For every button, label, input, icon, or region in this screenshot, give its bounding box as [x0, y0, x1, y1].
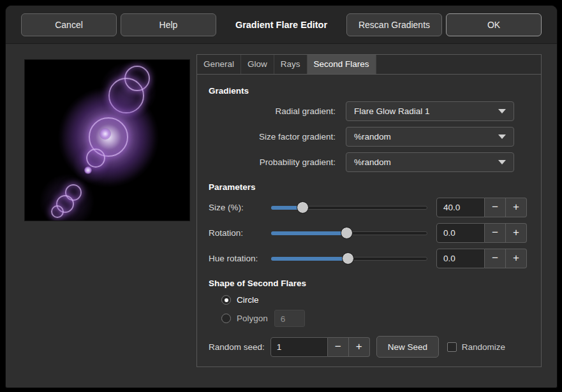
radial-gradient-select[interactable]: Flare Glow Radial 1 [346, 101, 514, 121]
editor-notebook: General Glow Rays Second Flares Gradient… [196, 54, 542, 367]
random-seed-row: Random seed: 1 − + New Seed Randomize [209, 337, 527, 357]
size-factor-gradient-value: %random [354, 132, 391, 142]
size-spinbox: 40.0 − + [436, 198, 527, 217]
radial-gradient-row: Radial gradient: Flare Glow Radial 1 [203, 98, 527, 124]
size-factor-gradient-select[interactable]: %random [346, 127, 514, 147]
rotation-decrement-button[interactable]: − [485, 223, 506, 243]
help-button[interactable]: Help [121, 13, 216, 36]
tab-general[interactable]: General [197, 55, 241, 74]
hue-rotation-slider[interactable] [271, 252, 427, 265]
slider-handle[interactable] [297, 201, 309, 214]
radial-gradient-label: Radial gradient: [203, 106, 346, 116]
tab-bar: General Glow Rays Second Flares [197, 55, 541, 75]
second-flares-page: Gradients Radial gradient: Flare Glow Ra… [197, 75, 541, 357]
rescan-gradients-button[interactable]: Rescan Gradients [346, 13, 442, 36]
seed-increment-button[interactable]: + [349, 337, 370, 357]
cancel-button[interactable]: Cancel [21, 13, 117, 36]
circle-radio[interactable] [221, 295, 231, 305]
polygon-radio-label: Polygon [237, 314, 268, 323]
chevron-down-icon [498, 134, 506, 139]
circle-radio-label: Circle [237, 295, 259, 305]
size-factor-gradient-label: Size factor gradient: [203, 132, 346, 142]
hue-rotation-decrement-button[interactable]: − [485, 249, 506, 268]
polygon-sides-input: 6 [274, 310, 305, 327]
rotation-row: Rotation: 0.0 − + [203, 220, 527, 245]
slider-handle[interactable] [342, 252, 354, 265]
new-seed-button[interactable]: New Seed [376, 336, 439, 358]
size-increment-button[interactable]: + [506, 198, 527, 217]
seed-decrement-button[interactable]: − [328, 337, 349, 357]
flare-dot [84, 166, 92, 174]
circle-radio-row: Circle [221, 291, 527, 309]
dialog-header: Gradient Flare Editor Cancel Help Rescan… [6, 6, 557, 44]
hue-rotation-spinbox: 0.0 − + [436, 249, 527, 268]
chevron-down-icon [498, 109, 506, 113]
hue-rotation-label: Hue rotation: [203, 254, 265, 263]
rotation-spinbox: 0.0 − + [436, 223, 527, 243]
chevron-down-icon [498, 160, 506, 164]
slider-handle[interactable] [341, 227, 353, 239]
probability-gradient-row: Probability gradient: %random [203, 149, 527, 175]
hue-rotation-value[interactable]: 0.0 [436, 249, 485, 268]
randomize-label: Randomize [462, 342, 505, 352]
rotation-slider[interactable] [271, 226, 427, 239]
probability-gradient-select[interactable]: %random [346, 152, 514, 172]
screen: Gradient Flare Editor Cancel Help Rescan… [0, 0, 562, 392]
ok-button[interactable]: OK [446, 13, 542, 36]
flare-core-dot [100, 128, 111, 140]
size-slider[interactable] [271, 201, 427, 214]
random-seed-label: Random seed: [209, 342, 265, 352]
randomize-checkbox[interactable] [447, 342, 457, 352]
size-label: Size (%): [203, 203, 265, 212]
flare-ring [86, 149, 105, 168]
polygon-radio[interactable] [221, 314, 231, 323]
tab-glow[interactable]: Glow [241, 55, 274, 74]
hue-rotation-increment-button[interactable]: + [506, 249, 527, 268]
hue-rotation-row: Hue rotation: 0.0 − + [203, 245, 527, 271]
flare-preview [24, 59, 190, 221]
polygon-radio-row: Polygon 6 [221, 309, 527, 328]
size-factor-gradient-row: Size factor gradient: %random [203, 124, 527, 149]
slider-fill [271, 231, 346, 235]
radial-gradient-value: Flare Glow Radial 1 [354, 106, 430, 116]
size-row: Size (%): 40.0 − + [203, 194, 527, 220]
tab-second-flares[interactable]: Second Flares [307, 55, 376, 74]
rotation-label: Rotation: [203, 228, 265, 238]
shape-heading: Shape of Second Flares [209, 279, 527, 288]
flare-ring [51, 205, 64, 218]
probability-gradient-label: Probability gradient: [203, 157, 346, 167]
parameters-heading: Parameters [209, 182, 527, 192]
size-decrement-button[interactable]: − [485, 198, 506, 217]
rotation-increment-button[interactable]: + [506, 223, 527, 243]
gradient-flare-editor-window: Gradient Flare Editor Cancel Help Rescan… [5, 5, 558, 388]
probability-gradient-value: %random [354, 157, 391, 167]
rotation-value[interactable]: 0.0 [436, 223, 485, 243]
size-value[interactable]: 40.0 [436, 198, 485, 217]
gradients-heading: Gradients [209, 86, 527, 96]
tab-rays[interactable]: Rays [274, 55, 307, 74]
slider-fill [271, 257, 348, 261]
random-seed-input[interactable]: 1 [270, 337, 328, 357]
